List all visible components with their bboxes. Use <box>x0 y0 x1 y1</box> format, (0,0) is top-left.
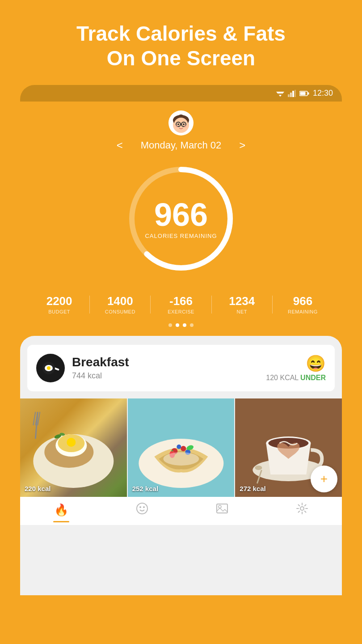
svg-rect-9 <box>300 92 305 95</box>
breakfast-icon <box>36 354 65 382</box>
food-kcal-3: 272 kcal <box>240 485 265 492</box>
svg-point-17 <box>177 123 179 125</box>
breakfast-name: Breakfast <box>72 355 259 369</box>
signal-icon <box>288 90 296 97</box>
status-icons: 12:30 <box>276 89 333 98</box>
svg-point-52 <box>255 466 262 470</box>
frying-pan-icon <box>41 358 60 378</box>
next-date-button[interactable]: > <box>239 139 245 152</box>
dot-3[interactable] <box>183 323 186 327</box>
avatar-icon <box>170 112 192 134</box>
status-bar: 12:30 <box>20 85 342 102</box>
battery-icon <box>299 91 309 96</box>
svg-point-54 <box>139 506 141 508</box>
svg-rect-56 <box>217 504 227 513</box>
gear-icon <box>296 502 308 515</box>
svg-marker-2 <box>279 95 282 97</box>
wifi-icon <box>276 90 284 97</box>
food-item-1[interactable]: 220 kcal <box>20 398 127 497</box>
avatar[interactable] <box>168 110 194 136</box>
dot-2[interactable] <box>176 323 179 327</box>
avatar-container <box>20 110 342 136</box>
status-time: 12:30 <box>313 89 333 98</box>
app-orange-area: < Monday, March 02 > 966 CALORIES REMAIN… <box>20 102 342 595</box>
promo-title-line1: Track Calories & Fats <box>76 22 286 45</box>
svg-point-58 <box>300 507 304 510</box>
nav-item-mood[interactable] <box>136 502 148 518</box>
breakfast-card[interactable]: Breakfast 744 kcal 😄 120 KCAL UNDER <box>27 345 335 391</box>
dot-4[interactable] <box>190 323 194 327</box>
remaining-label: REMAINING <box>273 309 333 314</box>
stat-exercise: -166 EXERCISE <box>151 295 211 314</box>
svg-point-26 <box>47 366 51 370</box>
nav-active-indicator <box>53 521 69 522</box>
svg-point-41 <box>181 446 186 451</box>
budget-number: 2200 <box>29 295 89 308</box>
prev-date-button[interactable]: < <box>117 139 123 152</box>
settings-icon <box>296 502 308 518</box>
stat-remaining: 966 REMAINING <box>273 295 333 314</box>
calorie-ring-text: 966 CALORIES REMAINING <box>145 199 217 239</box>
page-dots <box>20 323 342 336</box>
promo-title: Track Calories & Fats On One Screen <box>9 21 353 71</box>
phone-mockup: 12:30 <box>20 85 342 595</box>
breakfast-emoji: 😄 <box>266 354 326 373</box>
white-section: Breakfast 744 kcal 😄 120 KCAL UNDER <box>20 336 342 595</box>
svg-rect-6 <box>295 90 296 97</box>
svg-rect-4 <box>290 93 292 97</box>
promo-title-line2: On One Screen <box>107 47 255 70</box>
food-image-1 <box>20 398 127 497</box>
svg-point-31 <box>67 438 76 447</box>
calories-remaining-label: CALORIES REMAINING <box>145 233 217 239</box>
svg-point-53 <box>137 503 147 514</box>
svg-point-20 <box>184 125 187 128</box>
nav-item-calories[interactable]: 🔥 <box>54 503 68 517</box>
svg-point-19 <box>175 125 178 128</box>
stat-consumed: 1400 CONSUMED <box>90 295 150 314</box>
food-photos-grid: 220 kcal <box>20 398 342 497</box>
consumed-number: 1400 <box>90 295 150 308</box>
breakfast-kcal: 744 kcal <box>72 371 259 381</box>
remaining-number: 966 <box>273 295 333 308</box>
smiley-icon <box>136 502 148 515</box>
net-number: 1234 <box>212 295 272 308</box>
food-item-2[interactable]: 252 kcal <box>128 398 235 497</box>
exercise-number: -166 <box>151 295 211 308</box>
budget-label: BUDGET <box>29 309 89 314</box>
breakfast-info: Breakfast 744 kcal <box>72 355 259 381</box>
exercise-label: EXERCISE <box>151 309 211 314</box>
bottom-navigation: 🔥 <box>20 497 342 525</box>
dot-1[interactable] <box>168 323 172 327</box>
food-kcal-2: 252 kcal <box>132 485 158 492</box>
svg-line-35 <box>33 412 35 425</box>
calorie-ring-container: 966 CALORIES REMAINING <box>20 161 342 277</box>
nav-item-gallery[interactable] <box>216 502 228 518</box>
gallery-icon <box>216 502 228 518</box>
date-navigation: < Monday, March 02 > <box>20 139 342 152</box>
svg-point-18 <box>183 123 185 125</box>
food-kcal-1: 220 kcal <box>25 485 51 492</box>
svg-rect-5 <box>292 91 294 97</box>
nav-item-settings[interactable] <box>296 502 308 518</box>
photo-icon <box>216 502 228 515</box>
food-image-2 <box>128 398 235 497</box>
calories-remaining-number: 966 <box>145 199 217 231</box>
stat-budget: 2200 BUDGET <box>29 295 89 314</box>
under-label: UNDER <box>300 374 326 381</box>
svg-rect-8 <box>307 92 309 94</box>
stats-row: 2200 BUDGET 1400 CONSUMED -166 EXERCISE … <box>20 288 342 323</box>
svg-rect-3 <box>288 94 290 97</box>
add-food-button[interactable]: + <box>311 466 337 492</box>
stat-net: 1234 NET <box>212 295 272 314</box>
svg-point-55 <box>143 506 145 508</box>
svg-point-45 <box>163 452 199 466</box>
flame-icon: 🔥 <box>54 503 68 517</box>
svg-point-42 <box>177 445 181 449</box>
breakfast-status: 😄 120 KCAL UNDER <box>266 354 326 382</box>
mood-icon <box>136 502 148 518</box>
add-button-label: + <box>320 472 328 486</box>
current-date-label: Monday, March 02 <box>141 140 222 151</box>
consumed-label: CONSUMED <box>90 309 150 314</box>
food-item-3[interactable]: 272 kcal + <box>235 398 342 497</box>
promo-header: Track Calories & Fats On One Screen <box>0 0 362 85</box>
